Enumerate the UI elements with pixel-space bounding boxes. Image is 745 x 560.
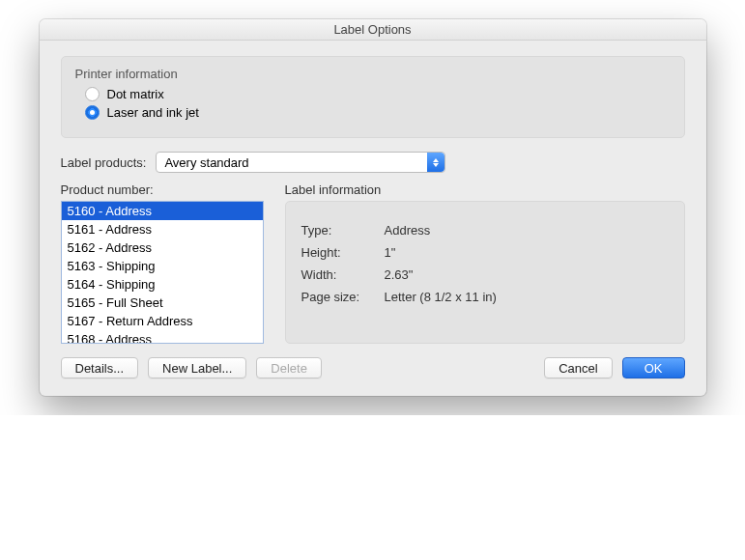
label-info-height-value: 1" bbox=[385, 245, 396, 260]
label-information-title: Label information bbox=[285, 182, 685, 197]
label-information-panel: Type: Address Height: 1" Width: 2.63" Pa… bbox=[285, 201, 685, 344]
new-label-button[interactable]: New Label... bbox=[148, 357, 246, 378]
label-info-type-key: Type: bbox=[301, 223, 371, 238]
list-item[interactable]: 5165 - Full Sheet bbox=[62, 294, 263, 312]
dialog-content: Printer information Dot matrix Laser and… bbox=[40, 41, 706, 396]
delete-button: Delete bbox=[256, 357, 322, 378]
product-number-label: Product number: bbox=[61, 182, 264, 197]
ok-button[interactable]: OK bbox=[622, 357, 685, 378]
laser-inkjet-radio-row[interactable]: Laser and ink jet bbox=[85, 105, 671, 120]
list-item[interactable]: 5161 - Address bbox=[62, 220, 263, 238]
list-item[interactable]: 5160 - Address bbox=[62, 202, 263, 220]
list-item[interactable]: 5167 - Return Address bbox=[62, 312, 263, 330]
label-info-pagesize-key: Page size: bbox=[301, 290, 371, 304]
label-info-height-key: Height: bbox=[301, 245, 371, 260]
label-products-value: Avery standard bbox=[164, 155, 248, 170]
dialog-button-row: Details... New Label... Delete Cancel OK bbox=[61, 357, 685, 378]
select-arrow-icon bbox=[427, 153, 444, 172]
list-item[interactable]: 5162 - Address bbox=[62, 238, 263, 257]
list-item[interactable]: 5164 - Shipping bbox=[62, 275, 263, 294]
label-info-pagesize-value: Letter (8 1/2 x 11 in) bbox=[385, 290, 497, 304]
label-products-label: Label products: bbox=[61, 155, 147, 170]
printer-information-label: Printer information bbox=[75, 67, 671, 81]
label-info-width-value: 2.63" bbox=[385, 267, 414, 282]
details-button[interactable]: Details... bbox=[61, 357, 139, 378]
product-number-listbox[interactable]: 5160 - Address5161 - Address5162 - Addre… bbox=[61, 201, 264, 344]
label-options-dialog: Label Options Printer information Dot ma… bbox=[40, 19, 706, 396]
window-title: Label Options bbox=[40, 19, 706, 41]
list-item[interactable]: 5163 - Shipping bbox=[62, 257, 263, 275]
label-info-type-value: Address bbox=[385, 223, 431, 238]
printer-information-group: Printer information Dot matrix Laser and… bbox=[61, 56, 685, 138]
dot-matrix-radio-row[interactable]: Dot matrix bbox=[85, 87, 671, 101]
list-item[interactable]: 5168 - Address bbox=[62, 330, 263, 344]
laser-inkjet-radio-label: Laser and ink jet bbox=[107, 105, 199, 120]
dot-matrix-radio-label: Dot matrix bbox=[107, 87, 164, 101]
dot-matrix-radio[interactable] bbox=[85, 87, 100, 101]
cancel-button[interactable]: Cancel bbox=[544, 357, 612, 378]
laser-inkjet-radio[interactable] bbox=[85, 105, 100, 120]
label-products-row: Label products: Avery standard bbox=[61, 152, 685, 173]
label-products-select[interactable]: Avery standard bbox=[156, 152, 445, 173]
label-info-width-key: Width: bbox=[301, 267, 371, 282]
